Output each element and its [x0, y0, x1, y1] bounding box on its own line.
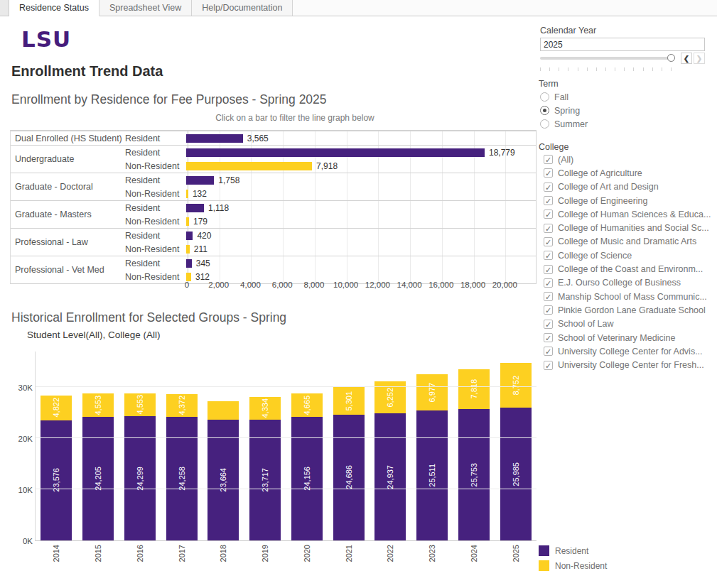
- college-option-school-of-law[interactable]: ✓School of Law: [544, 317, 711, 331]
- historical-stacked-bar-2017[interactable]: 4,37224,258: [166, 352, 198, 540]
- historical-segment-resident[interactable]: 24,686: [333, 415, 365, 540]
- residence-bar-dual-enrolled-hs-student-resident[interactable]: [186, 134, 243, 143]
- legend-item-non-resident[interactable]: Non-Resident: [539, 558, 607, 573]
- term-option-fall[interactable]: Fall: [540, 90, 588, 104]
- historical-stacked-bar-2021[interactable]: 5,30124,686: [333, 352, 365, 540]
- checkbox-school-of-law[interactable]: ✓: [544, 320, 553, 329]
- checkbox-college-of-the-coast-and-environm[interactable]: ✓: [544, 265, 553, 274]
- residence-x-tick: 8,000: [304, 281, 325, 289]
- residence-bar-undergraduate-resident[interactable]: [186, 148, 485, 157]
- checkbox-manship-school-of-mass-communic[interactable]: ✓: [544, 292, 553, 301]
- checkbox-college-of-science[interactable]: ✓: [544, 251, 553, 260]
- historical-segment-resident[interactable]: 24,299: [124, 416, 156, 540]
- tab-help-documentation[interactable]: Help/Documentation: [192, 0, 293, 16]
- historical-stacked-bar-2016[interactable]: 4,55324,299: [124, 352, 156, 540]
- college-option-all[interactable]: ✓(All): [544, 153, 711, 166]
- calendar-year-input[interactable]: [540, 38, 705, 51]
- historical-stacked-bar-2024[interactable]: 7,81825,753: [458, 352, 490, 540]
- residence-bar-graduate-doctoral-resident[interactable]: [186, 176, 214, 185]
- historical-segment-resident[interactable]: 24,156: [291, 417, 323, 540]
- historical-segment-resident[interactable]: 24,258: [166, 417, 198, 540]
- legend-item-resident[interactable]: Resident: [539, 543, 607, 558]
- historical-stacked-bar-2025[interactable]: 8,75225,985: [500, 352, 532, 540]
- residence-bar-value: 345: [196, 258, 210, 268]
- college-option-label: School of Veterinary Medicine: [558, 333, 675, 343]
- historical-segment-non-resident[interactable]: 5,301: [333, 387, 365, 414]
- residence-bar-value: 179: [193, 217, 207, 227]
- historical-segment-non-resident[interactable]: 7,818: [458, 369, 490, 409]
- historical-stacked-bar-2014[interactable]: 4,82223,576: [41, 352, 72, 540]
- checkbox-college-of-music-and-dramatic-arts[interactable]: ✓: [544, 237, 553, 246]
- calendar-year-prev-button[interactable]: ❮: [681, 53, 692, 64]
- calendar-year-slider-handle[interactable]: [667, 54, 675, 62]
- historical-segment-non-resident[interactable]: 4,553: [82, 393, 114, 417]
- historical-stacked-bar-2022[interactable]: 6,25224,937: [374, 352, 406, 540]
- residence-bar-professional-vet-med-resident[interactable]: [186, 259, 192, 268]
- historical-segment-non-resident[interactable]: 6,977: [416, 374, 448, 410]
- tab-residence-status[interactable]: Residence Status: [9, 0, 99, 16]
- historical-segment-non-resident[interactable]: 4,334: [249, 397, 281, 419]
- historical-segment-resident[interactable]: 24,205: [82, 417, 114, 540]
- checkbox-college-of-humanities-and-social-sc[interactable]: ✓: [544, 224, 553, 233]
- college-option-college-of-music-and-dramatic-arts[interactable]: ✓College of Music and Dramatic Arts: [544, 235, 711, 249]
- historical-stacked-bar-2023[interactable]: 6,97725,511: [416, 352, 448, 540]
- residence-bar-graduate-masters-non-resident[interactable]: [186, 217, 189, 226]
- college-option-college-of-humanities-and-social-sc[interactable]: ✓College of Humanities and Social Sc...: [544, 221, 711, 234]
- historical-segment-resident[interactable]: 25,985: [500, 408, 532, 540]
- tab-spreadsheet-view[interactable]: Spreadsheet View: [99, 0, 192, 16]
- college-option-college-of-human-sciences-educa[interactable]: ✓College of Human Sciences & Educa...: [544, 207, 711, 221]
- college-option-pinkie-gordon-lane-graduate-school[interactable]: ✓Pinkie Gordon Lane Graduate School: [544, 303, 711, 317]
- checkbox-college-of-engineering[interactable]: ✓: [544, 196, 553, 205]
- radio-spring-selected[interactable]: [540, 106, 549, 115]
- checkbox-school-of-veterinary-medicine[interactable]: ✓: [544, 333, 553, 342]
- checkbox-university-college-center-for-fresh[interactable]: ✓: [544, 361, 553, 370]
- residence-group-professional-vet-med: Professional - Vet MedResident345Non-Res…: [11, 256, 536, 283]
- slider-tick: [587, 67, 588, 71]
- residence-bar-professional-law-non-resident[interactable]: [186, 245, 190, 254]
- calendar-year-slider-track[interactable]: [540, 57, 672, 60]
- checkbox-all[interactable]: ✓: [544, 155, 553, 164]
- college-option-college-of-engineering[interactable]: ✓College of Engineering: [544, 194, 711, 207]
- historical-segment-non-resident[interactable]: 4,372: [166, 394, 198, 416]
- college-option-college-of-art-and-design[interactable]: ✓College of Art and Design: [544, 180, 711, 194]
- term-option-spring[interactable]: Spring: [540, 104, 588, 117]
- historical-stacked-bar-2018[interactable]: 23,664: [207, 352, 239, 540]
- historical-stacked-bar-2019[interactable]: 4,33423,717: [249, 352, 281, 540]
- term-option-summer[interactable]: Summer: [540, 117, 588, 131]
- college-option-manship-school-of-mass-communic[interactable]: ✓Manship School of Mass Communic...: [544, 290, 711, 303]
- historical-segment-resident[interactable]: 25,511: [416, 410, 448, 540]
- calendar-year-next-button[interactable]: ❯: [694, 53, 705, 64]
- historical-segment-non-resident[interactable]: [207, 401, 239, 420]
- residence-bar-graduate-doctoral-non-resident[interactable]: [186, 190, 188, 198]
- checkbox-university-college-center-for-advis[interactable]: ✓: [544, 347, 553, 356]
- historical-bar-slot-2022: 6,25224,9372022: [370, 352, 411, 540]
- residence-bar-undergraduate-non-resident[interactable]: [186, 162, 312, 170]
- historical-segment-non-resident[interactable]: 4,665: [291, 393, 323, 418]
- residence-bar-professional-vet-med-non-resident[interactable]: [186, 273, 191, 281]
- historical-segment-non-resident[interactable]: 8,752: [500, 363, 532, 408]
- college-option-university-college-center-for-fresh[interactable]: ✓University College Center for Fresh...: [544, 358, 711, 371]
- college-option-school-of-veterinary-medicine[interactable]: ✓School of Veterinary Medicine: [544, 331, 711, 344]
- historical-segment-non-resident[interactable]: 4,553: [124, 393, 156, 417]
- checkbox-college-of-agriculture[interactable]: ✓: [544, 168, 553, 178]
- historical-segment-value: 24,299: [136, 467, 144, 491]
- radio-summer[interactable]: [540, 119, 549, 129]
- historical-stacked-bar-2020[interactable]: 4,66524,156: [291, 352, 323, 540]
- checkbox-college-of-art-and-design[interactable]: ✓: [544, 183, 553, 192]
- checkbox-pinkie-gordon-lane-graduate-school[interactable]: ✓: [544, 305, 553, 315]
- college-option-e-j-ourso-college-of-business[interactable]: ✓E.J. Ourso College of Business: [544, 276, 711, 290]
- college-option-college-of-agriculture[interactable]: ✓College of Agriculture: [544, 166, 711, 180]
- historical-segment-resident[interactable]: 24,937: [374, 413, 406, 540]
- college-option-college-of-science[interactable]: ✓College of Science: [544, 249, 711, 262]
- historical-segment-non-resident[interactable]: 4,822: [41, 396, 72, 420]
- historical-segment-resident[interactable]: 25,753: [458, 409, 490, 540]
- residence-bar-professional-law-resident[interactable]: [186, 232, 193, 240]
- checkbox-college-of-human-sciences-educa[interactable]: ✓: [544, 209, 553, 219]
- checkbox-e-j-ourso-college-of-business[interactable]: ✓: [544, 278, 553, 288]
- college-option-college-of-the-coast-and-environm[interactable]: ✓College of the Coast and Environm...: [544, 262, 711, 276]
- college-option-university-college-center-for-advis[interactable]: ✓University College Center for Advis...: [544, 344, 711, 358]
- residence-bar-graduate-masters-resident[interactable]: [186, 204, 204, 212]
- historical-stacked-bar-2015[interactable]: 4,55324,205: [82, 352, 114, 540]
- radio-fall[interactable]: [540, 92, 549, 102]
- residence-type-label: Non-Resident: [125, 161, 186, 171]
